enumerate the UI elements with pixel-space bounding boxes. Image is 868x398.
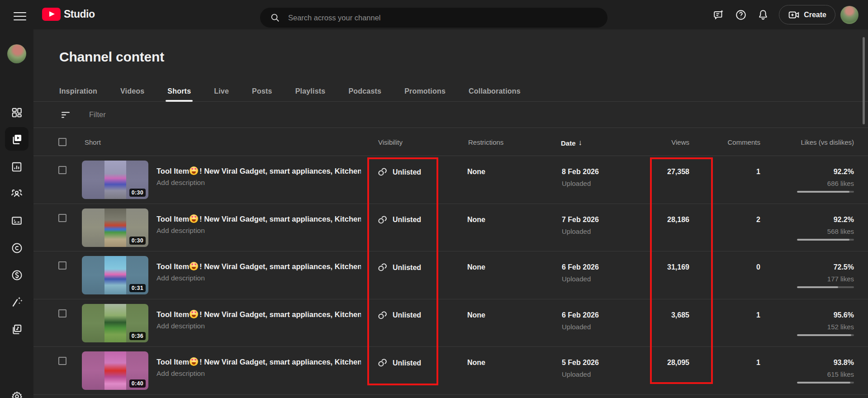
duration-badge: 0:36 <box>129 332 146 340</box>
short-thumbnail[interactable]: 0:30 <box>82 161 148 199</box>
comments-cell[interactable]: 1 <box>756 359 760 367</box>
table-row[interactable]: 0:30 Tool Item! New Viral Gadget, smart … <box>33 204 868 252</box>
row-checkbox[interactable] <box>58 261 66 270</box>
views-cell: 28,095 <box>667 359 689 367</box>
studio-logo-label: Studio <box>64 8 95 20</box>
sidebar-item-settings[interactable] <box>5 384 28 398</box>
short-thumbnail[interactable]: 0:31 <box>82 256 148 294</box>
sidebar-item-analytics[interactable] <box>5 155 28 179</box>
tab-shorts[interactable]: Shorts <box>167 81 191 102</box>
short-title[interactable]: Tool Item! New Viral Gadget, smart appli… <box>157 166 361 175</box>
sidebar-item-content[interactable] <box>5 127 28 151</box>
date-cell: 5 Feb 2026 <box>562 359 599 367</box>
column-header-likes[interactable]: Likes (vs dislikes) <box>801 138 854 146</box>
date-status: Uploaded <box>562 275 591 283</box>
channel-search[interactable] <box>260 8 607 28</box>
table-row[interactable]: 0:31 Tool Item! New Viral Gadget, smart … <box>33 251 868 299</box>
visibility-cell[interactable]: Unlisted <box>377 358 421 368</box>
add-description-link[interactable]: Add description <box>157 274 205 282</box>
short-thumbnail[interactable]: 0:36 <box>82 304 148 342</box>
table-header: Short Visibility Restrictions Date ↓ Vie… <box>33 128 868 156</box>
table-row[interactable]: 0:36 Tool Item! New Viral Gadget, smart … <box>33 299 868 347</box>
like-ratio: 92.2% <box>834 168 854 176</box>
column-header-short[interactable]: Short <box>85 138 101 146</box>
comments-cell[interactable]: 1 <box>756 311 760 319</box>
short-title[interactable]: Tool Item! New Viral Gadget, smart appli… <box>157 310 361 319</box>
tab-collaborations[interactable]: Collaborations <box>469 81 521 102</box>
content-tabs: Inspiration Videos Shorts Live Posts Pla… <box>33 81 868 102</box>
unlisted-link-icon <box>377 262 388 273</box>
date-status: Uploaded <box>562 323 591 331</box>
channel-avatar[interactable] <box>7 44 26 63</box>
comments-cell[interactable]: 1 <box>756 168 760 176</box>
notifications-bell-icon[interactable] <box>754 6 772 24</box>
sidebar-item-dashboard[interactable] <box>5 101 28 124</box>
tab-playlists[interactable]: Playlists <box>295 81 326 102</box>
short-thumbnail[interactable]: 0:30 <box>82 208 148 247</box>
visibility-cell[interactable]: Unlisted <box>377 262 421 273</box>
feedback-sparkle-icon[interactable] <box>710 6 728 24</box>
restrictions-cell: None <box>467 311 485 319</box>
menu-icon[interactable] <box>14 9 26 19</box>
heart-eyes-emoji <box>190 357 198 366</box>
tab-posts[interactable]: Posts <box>252 81 272 102</box>
create-button-label: Create <box>804 11 826 19</box>
sidebar-item-subtitles[interactable] <box>5 209 28 232</box>
unlisted-link-icon <box>377 215 388 225</box>
table-row[interactable]: 0:30 Tool Item! New Viral Gadget, smart … <box>33 156 868 204</box>
views-cell: 31,169 <box>667 263 689 271</box>
sidebar-item-audio-library[interactable] <box>5 317 28 341</box>
likes-count: 177 likes <box>827 275 854 283</box>
date-header-label: Date <box>561 139 576 147</box>
short-title[interactable]: Tool Item! New Viral Gadget, smart appli… <box>157 357 361 366</box>
select-all-checkbox[interactable] <box>58 138 66 146</box>
visibility-cell[interactable]: Unlisted <box>377 310 421 321</box>
tab-videos[interactable]: Videos <box>120 81 144 102</box>
heart-eyes-emoji <box>190 214 198 223</box>
sidebar-item-earn[interactable] <box>5 263 28 287</box>
search-input[interactable] <box>288 14 560 22</box>
tab-live[interactable]: Live <box>214 81 229 102</box>
row-checkbox[interactable] <box>58 357 66 365</box>
add-description-link[interactable]: Add description <box>157 227 205 235</box>
add-description-link[interactable]: Add description <box>157 370 205 378</box>
sidebar-item-copyright[interactable] <box>5 236 28 260</box>
magic-wand-icon <box>11 296 23 308</box>
add-description-link[interactable]: Add description <box>157 322 205 330</box>
comments-cell[interactable]: 2 <box>756 216 760 224</box>
short-title[interactable]: Tool Item! New Viral Gadget, smart appli… <box>157 262 361 271</box>
account-avatar[interactable] <box>840 6 859 24</box>
views-cell: 27,358 <box>667 168 689 176</box>
add-description-link[interactable]: Add description <box>157 179 205 187</box>
like-ratio-bar <box>797 191 854 193</box>
help-icon[interactable] <box>732 6 750 24</box>
sidebar-item-community[interactable] <box>5 182 28 206</box>
sidebar-item-customization[interactable] <box>5 290 28 313</box>
likes-count: 686 likes <box>827 180 854 187</box>
short-thumbnail[interactable]: 0:40 <box>82 351 148 390</box>
create-button[interactable]: Create <box>779 5 835 24</box>
unlisted-link-icon <box>377 310 388 321</box>
visibility-cell[interactable]: Unlisted <box>377 167 421 177</box>
tab-podcasts[interactable]: Podcasts <box>348 81 381 102</box>
column-header-views[interactable]: Views <box>671 138 689 146</box>
tab-inspiration[interactable]: Inspiration <box>59 81 97 102</box>
column-header-date[interactable]: Date ↓ <box>561 138 582 147</box>
topbar-actions: Create <box>710 0 868 29</box>
row-checkbox[interactable] <box>58 166 66 174</box>
short-title[interactable]: Tool Item! New Viral Gadget, smart appli… <box>157 214 361 223</box>
row-checkbox[interactable] <box>58 214 66 222</box>
column-header-comments[interactable]: Comments <box>727 138 760 146</box>
tab-promotions[interactable]: Promotions <box>404 81 446 102</box>
row-checkbox[interactable] <box>58 309 66 317</box>
column-header-restrictions[interactable]: Restrictions <box>468 138 503 146</box>
duration-badge: 0:30 <box>129 237 146 245</box>
column-header-visibility[interactable]: Visibility <box>378 138 403 146</box>
table-row[interactable]: 0:40 Tool Item! New Viral Gadget, smart … <box>33 347 868 395</box>
filter-input[interactable] <box>89 110 315 119</box>
comments-cell[interactable]: 0 <box>756 263 760 271</box>
studio-logo[interactable]: Studio <box>42 8 95 21</box>
sort-descending-arrow-icon: ↓ <box>579 138 583 147</box>
visibility-cell[interactable]: Unlisted <box>377 215 421 225</box>
vertical-scrollbar[interactable] <box>863 37 865 124</box>
